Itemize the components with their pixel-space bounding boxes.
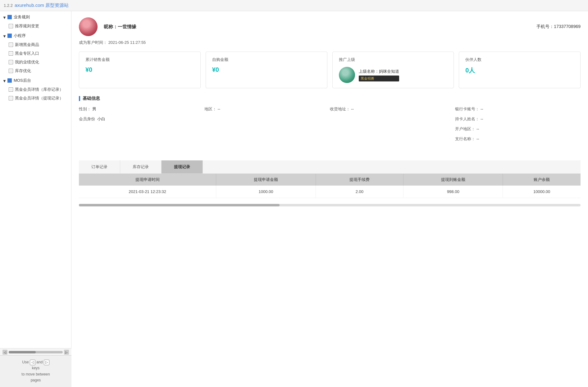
sidebar-item-inventory-detail[interactable]: □ 黑金会员详情（库存记录） [0, 85, 71, 94]
square-icon-mini [7, 34, 12, 38]
info-empty-4 [204, 126, 330, 132]
nav-hint-box: Use ◁ and ▷ keys to move between pages [0, 355, 71, 387]
section-title-basic: 基础信息 [79, 96, 581, 101]
phone-label: 手机号： [536, 24, 554, 29]
nav-hint-text: Use ◁ and ▷ keys to move between pages [5, 359, 66, 383]
info-empty-5 [330, 126, 455, 132]
profile-nickname: 昵称：一世情缘 [104, 24, 136, 30]
tab-inventory-records[interactable]: 库存记录 [120, 160, 162, 173]
bank-value: -- [481, 107, 483, 111]
sidebar-item-inventory[interactable]: □ 库存优化 [0, 67, 71, 75]
col-apply-time: 提现申请时间 [79, 174, 216, 186]
col-received: 提现到账金额 [403, 174, 503, 186]
site-title: axurehub.com 原型资源站 [15, 2, 69, 8]
stat-card-promotion: 推广上级 上级名称：妈咪全知道 黑金招募 [332, 52, 454, 88]
basic-info-grid: 性别： 男 地区： -- 收货地址： -- 银行卡账号： -- 会员身份 小白 [79, 106, 581, 142]
sidebar-item-withdrawal-detail-label: 黑金会员详情（提现记录） [15, 95, 63, 101]
right-key-icon: ▷ [44, 360, 49, 365]
page-icon-1: □ [9, 43, 13, 47]
branch-value: -- [476, 136, 479, 141]
h-scroll-thumb [79, 204, 280, 206]
stats-row: 累计销售金额 ¥0 自购金额 ¥0 推广上级 上级名称：妈咪全知道 黑金招募 [79, 52, 581, 88]
sidebar: ▼ 业务规则 □ 推荐规则变更 ▼ 小程序 □ 新增黑金商品 □ 黑金专区入 [0, 11, 71, 387]
stat-card-sales: 累计销售金额 ¥0 [79, 52, 201, 88]
profile-name-block: 昵称：一世情缘 [104, 24, 136, 30]
page-icon: □ [9, 24, 13, 28]
sidebar-group-mini-label: 小程序 [14, 33, 26, 39]
pages-text: pages [31, 378, 41, 382]
square-icon-mos [7, 78, 12, 83]
sidebar-item-black-gold-zone[interactable]: □ 黑金专区入口 [0, 49, 71, 58]
withdrawal-table: 提现申请时间 提现申请金额 提现手续费 提现到账金额 账户余额 2021-03-… [79, 174, 581, 198]
tabs-container: 订单记录 库存记录 提现记录 [79, 160, 581, 174]
arrow-down-icon-mos: ▼ [2, 79, 6, 82]
sales-label: 累计销售金额 [85, 57, 194, 62]
tab-order-records[interactable]: 订单记录 [79, 160, 120, 173]
scroll-track [9, 351, 63, 353]
gender-value: 男 [92, 107, 96, 111]
info-empty-8 [330, 136, 455, 142]
info-bank: 银行卡账号： -- [455, 106, 581, 112]
profile-join-time: 成为客户时间： 2021-06-25 11:27:55 [79, 40, 581, 45]
region-value: -- [217, 107, 220, 111]
left-key-icon: ◁ [30, 360, 35, 365]
sidebar-group-mini-program[interactable]: ▼ 小程序 [0, 31, 71, 40]
sidebar-item-my-performance[interactable]: □ 我的业绩优化 [0, 58, 71, 67]
info-card-holder: 持卡人姓名： -- [455, 116, 581, 122]
table-row: 2021-03-21 12:23:32 1000.00 2.00 998.00 … [79, 186, 581, 198]
account-region-value: -- [476, 127, 479, 131]
sidebar-item-inventory-label: 库存优化 [15, 68, 31, 74]
page-icon-4: □ [9, 69, 13, 73]
h-scroll-track [79, 204, 581, 206]
info-region: 地区： -- [204, 106, 330, 112]
card-holder-value: -- [481, 117, 483, 121]
arrow-down-icon-mini: ▼ [2, 34, 6, 38]
nickname-label: 昵称： [104, 24, 118, 29]
sidebar-section-business: ▼ 业务规则 □ 推荐规则变更 [0, 12, 71, 30]
partners-value: 0人 [465, 66, 574, 75]
arrow-down-icon: ▼ [2, 15, 6, 19]
sidebar-section-mos: ▼ MOS后台 □ 黑金会员详情（库存记录） □ 黑金会员详情（提现记录） [0, 76, 71, 103]
info-shipping: 收货地址： -- [330, 106, 455, 112]
sidebar-item-new-black-gold-label: 新增黑金商品 [15, 42, 39, 48]
version-label: 1.2.2 [4, 3, 13, 8]
info-empty-7 [204, 136, 330, 142]
sidebar-item-withdrawal-detail[interactable]: □ 黑金会员详情（提现记录） [0, 94, 71, 103]
move-between-text: to move between [21, 372, 50, 376]
phone-value: 17337708969 [554, 24, 581, 29]
join-time-label: 成为客户时间： [79, 40, 107, 45]
sidebar-group-mos-label: MOS后台 [14, 78, 31, 83]
sidebar-section-miniprogram: ▼ 小程序 □ 新增黑金商品 □ 黑金专区入口 □ 我的业绩优化 □ 库存优化 [0, 31, 71, 75]
scroll-right-arrow[interactable]: ▷ [64, 350, 69, 355]
scroll-left-arrow[interactable]: ◁ [2, 350, 7, 355]
main-layout: ▼ 业务规则 □ 推荐规则变更 ▼ 小程序 □ 新增黑金商品 □ 黑金专区入 [0, 11, 588, 387]
promotion-info: 上级名称：妈咪全知道 黑金招募 [359, 69, 399, 81]
gender-label: 性别： [79, 107, 91, 111]
cell-fee: 2.00 [316, 186, 403, 198]
self-buy-label: 自购金额 [212, 57, 321, 62]
spacer [79, 148, 581, 160]
sidebar-scrollbar[interactable]: ◁ ▷ [0, 348, 71, 356]
promotion-badge: 黑金招募 [359, 76, 399, 81]
page-icon-3: □ [9, 60, 13, 64]
sidebar-item-new-black-gold[interactable]: □ 新增黑金商品 [0, 40, 71, 49]
keys-text: keys [32, 366, 40, 370]
content-hscrollbar[interactable] [79, 203, 581, 207]
avatar [79, 17, 98, 36]
info-empty-1 [204, 116, 330, 122]
page-icon-2: □ [9, 51, 13, 56]
sidebar-group-business-rules[interactable]: ▼ 业务规则 [0, 12, 71, 22]
info-empty-3 [79, 126, 204, 132]
cell-balance: 10000.00 [503, 186, 581, 198]
tab-withdrawal-records[interactable]: 提现记录 [162, 160, 203, 173]
avatar-image [79, 17, 98, 36]
sidebar-group-mos[interactable]: ▼ MOS后台 [0, 76, 71, 85]
sales-value: ¥0 [85, 66, 194, 73]
member-level-label: 会员身份 [79, 117, 95, 121]
top-bar: 1.2.2 axurehub.com 原型资源站 [0, 0, 588, 11]
partners-label: 伙伴人数 [465, 57, 574, 62]
sidebar-item-recommend-rule[interactable]: □ 推荐规则变更 [0, 22, 71, 30]
shipping-label: 收货地址： [330, 107, 350, 111]
scroll-thumb [9, 351, 36, 353]
promotion-content: 上级名称：妈咪全知道 黑金招募 [339, 67, 448, 83]
